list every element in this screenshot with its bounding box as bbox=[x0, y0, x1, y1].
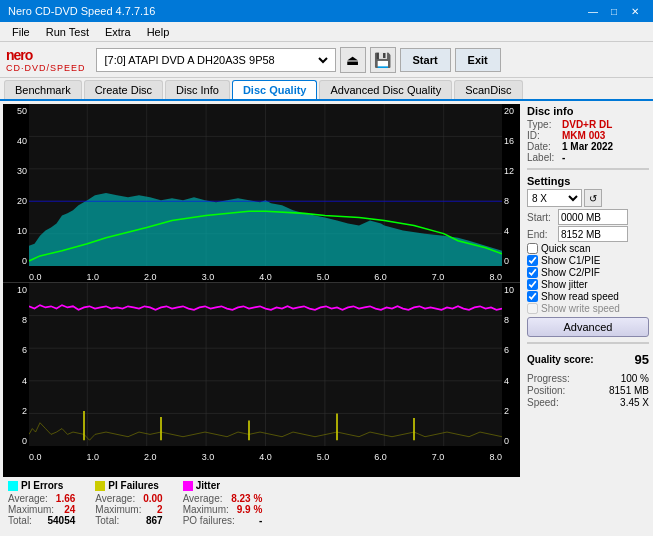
position-label: Position: bbox=[527, 385, 565, 396]
show-c2-pif-checkbox[interactable] bbox=[527, 267, 538, 278]
refresh-button[interactable]: ↺ bbox=[584, 189, 602, 207]
pi-failures-avg-label: Average: bbox=[95, 493, 135, 504]
tab-bar: Benchmark Create Disc Disc Info Disc Qua… bbox=[0, 78, 653, 101]
jitter-max-label: Maximum: bbox=[183, 504, 229, 515]
x2-label-8-0: 8.0 bbox=[489, 452, 502, 462]
x-label-2-0: 2.0 bbox=[144, 272, 157, 282]
show-jitter-checkbox[interactable] bbox=[527, 279, 538, 290]
right-panel: Disc info Type: DVD+R DL ID: MKM 003 Dat… bbox=[523, 101, 653, 533]
x-label-4-0: 4.0 bbox=[259, 272, 272, 282]
close-button[interactable]: ✕ bbox=[625, 2, 645, 20]
nero-logo-top: nero bbox=[6, 47, 32, 63]
drive-select-container[interactable]: [7:0] ATAPI DVD A DH20A3S 9P58 bbox=[96, 48, 336, 72]
lower-y-left-2: 2 bbox=[3, 406, 27, 416]
disc-info-section: Disc info Type: DVD+R DL ID: MKM 003 Dat… bbox=[527, 105, 649, 163]
tab-scan-disc[interactable]: ScanDisc bbox=[454, 80, 522, 99]
lower-y-right-4: 4 bbox=[504, 376, 520, 386]
show-read-speed-label: Show read speed bbox=[541, 291, 619, 302]
main-content: 50 40 30 20 10 0 20 16 12 8 4 0 bbox=[0, 101, 653, 533]
pi-errors-max-value: 24 bbox=[64, 504, 75, 515]
lower-chart-svg bbox=[29, 283, 502, 446]
x2-label-4-0: 4.0 bbox=[259, 452, 272, 462]
id-label: ID: bbox=[527, 130, 559, 141]
nero-logo-bottom: CD·DVD/SPEED bbox=[6, 63, 86, 73]
x-label-8-0: 8.0 bbox=[489, 272, 502, 282]
eject-button[interactable]: ⏏ bbox=[340, 47, 366, 73]
menu-help[interactable]: Help bbox=[139, 24, 178, 40]
show-write-speed-label: Show write speed bbox=[541, 303, 620, 314]
quality-score-label: Quality score: bbox=[527, 354, 594, 365]
x2-label-3-0: 3.0 bbox=[202, 452, 215, 462]
pi-failures-total-value: 867 bbox=[146, 515, 163, 526]
pi-failures-max-label: Maximum: bbox=[95, 504, 141, 515]
tab-create-disc[interactable]: Create Disc bbox=[84, 80, 163, 99]
settings-section: Settings 8 X ↺ Start: End: Quick scan bbox=[527, 175, 649, 337]
upper-y-left-50: 50 bbox=[3, 106, 27, 116]
label-value: - bbox=[562, 152, 565, 163]
pi-errors-avg-label: Average: bbox=[8, 493, 48, 504]
start-mb-label: Start: bbox=[527, 212, 555, 223]
speed-select[interactable]: 8 X bbox=[527, 189, 582, 207]
pi-failures-label: PI Failures bbox=[108, 480, 159, 491]
menu-bar: File Run Test Extra Help bbox=[0, 22, 653, 42]
legend-area: PI Errors Average: 1.66 Maximum: 24 Tota… bbox=[0, 477, 523, 533]
x2-label-5-0: 5.0 bbox=[317, 452, 330, 462]
show-c1-pie-checkbox[interactable] bbox=[527, 255, 538, 266]
menu-file[interactable]: File bbox=[4, 24, 38, 40]
lower-y-right-0: 0 bbox=[504, 436, 520, 446]
save-button[interactable]: 💾 bbox=[370, 47, 396, 73]
maximize-button[interactable]: □ bbox=[604, 2, 624, 20]
start-button[interactable]: Start bbox=[400, 48, 451, 72]
lower-y-left-4: 4 bbox=[3, 376, 27, 386]
tab-disc-info[interactable]: Disc Info bbox=[165, 80, 230, 99]
quick-scan-checkbox[interactable] bbox=[527, 243, 538, 254]
upper-y-left-0: 0 bbox=[3, 256, 27, 266]
tab-advanced-disc-quality[interactable]: Advanced Disc Quality bbox=[319, 80, 452, 99]
x-label-3-0: 3.0 bbox=[202, 272, 215, 282]
show-c1-pie-label: Show C1/PIE bbox=[541, 255, 600, 266]
nero-logo: nero CD·DVD/SPEED bbox=[6, 47, 86, 73]
x2-label-0-0: 0.0 bbox=[29, 452, 42, 462]
menu-extra[interactable]: Extra bbox=[97, 24, 139, 40]
lower-y-right-2: 2 bbox=[504, 406, 520, 416]
pi-failures-avg-value: 0.00 bbox=[143, 493, 162, 504]
x2-label-1-0: 1.0 bbox=[87, 452, 100, 462]
pi-errors-avg-value: 1.66 bbox=[56, 493, 75, 504]
x-label-0-0: 0.0 bbox=[29, 272, 42, 282]
type-label: Type: bbox=[527, 119, 559, 130]
menu-run-test[interactable]: Run Test bbox=[38, 24, 97, 40]
lower-y-right-8: 8 bbox=[504, 315, 520, 325]
upper-y-left-10: 10 bbox=[3, 226, 27, 236]
show-write-speed-checkbox[interactable] bbox=[527, 303, 538, 314]
pi-errors-total-label: Total: bbox=[8, 515, 32, 526]
tab-benchmark[interactable]: Benchmark bbox=[4, 80, 82, 99]
start-mb-input[interactable] bbox=[558, 209, 628, 225]
x2-label-7-0: 7.0 bbox=[432, 452, 445, 462]
exit-button[interactable]: Exit bbox=[455, 48, 501, 72]
pi-errors-total-value: 54054 bbox=[48, 515, 76, 526]
drive-select-dropdown[interactable]: [7:0] ATAPI DVD A DH20A3S 9P58 bbox=[101, 53, 331, 67]
title-bar: Nero CD-DVD Speed 4.7.7.16 — □ ✕ bbox=[0, 0, 653, 22]
upper-y-right-0: 0 bbox=[504, 256, 520, 266]
tab-disc-quality[interactable]: Disc Quality bbox=[232, 80, 318, 99]
show-jitter-label: Show jitter bbox=[541, 279, 588, 290]
upper-y-left-20: 20 bbox=[3, 196, 27, 206]
date-value: 1 Mar 2022 bbox=[562, 141, 613, 152]
speed-value: 3.45 X bbox=[620, 397, 649, 408]
upper-y-right-20: 20 bbox=[504, 106, 520, 116]
advanced-button[interactable]: Advanced bbox=[527, 317, 649, 337]
progress-value: 100 % bbox=[621, 373, 649, 384]
show-c2-pif-label: Show C2/PIF bbox=[541, 267, 600, 278]
toolbar: nero CD·DVD/SPEED [7:0] ATAPI DVD A DH20… bbox=[0, 42, 653, 78]
lower-y-right-10: 10 bbox=[504, 285, 520, 295]
lower-y-left-10: 10 bbox=[3, 285, 27, 295]
pi-failures-max-value: 2 bbox=[157, 504, 163, 515]
position-value: 8151 MB bbox=[609, 385, 649, 396]
upper-chart-svg bbox=[29, 104, 502, 266]
minimize-button[interactable]: — bbox=[583, 2, 603, 20]
jitter-po-value: - bbox=[259, 515, 262, 526]
show-read-speed-checkbox[interactable] bbox=[527, 291, 538, 302]
pi-failures-total-label: Total: bbox=[95, 515, 119, 526]
legend-pi-errors: PI Errors Average: 1.66 Maximum: 24 Tota… bbox=[8, 480, 75, 526]
end-mb-input[interactable] bbox=[558, 226, 628, 242]
